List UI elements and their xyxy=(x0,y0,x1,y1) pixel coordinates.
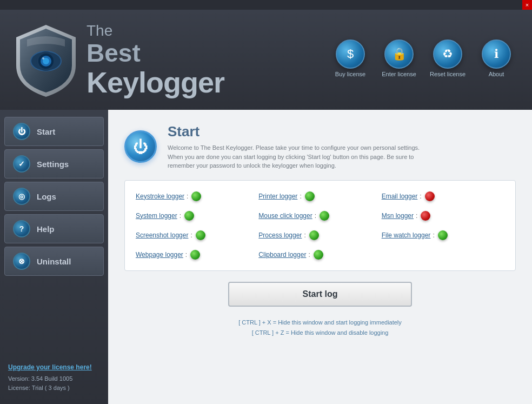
webpage-status-dot xyxy=(190,250,200,260)
logger-cell: Webpage logger : xyxy=(136,250,258,260)
dollar-icon: $ xyxy=(336,39,365,69)
start-power-icon: ⏻ xyxy=(124,130,157,163)
start-log-button[interactable]: Start log xyxy=(228,282,412,307)
logger-row: System logger : Mouse click logger : Msn… xyxy=(136,211,504,221)
sidebar-help-label: Help xyxy=(37,224,55,234)
title-best: Best xyxy=(87,38,141,68)
logger-cell: Screenshot logger : xyxy=(136,230,258,240)
msn-status-dot xyxy=(421,211,430,221)
page-description: Welcome to The Best Keylogger. Please ta… xyxy=(168,143,427,170)
msn-logger-link[interactable]: Msn logger xyxy=(382,212,414,220)
email-logger-link[interactable]: Email logger xyxy=(382,193,418,200)
logger-cell: Email logger : xyxy=(382,191,504,201)
license-value: : Trial ( 3 days ) xyxy=(29,385,70,391)
version-value: : 3.54 Build 1005 xyxy=(28,375,73,382)
header-icons: $ Buy license 🔒 Enter license ♻ Reset li… xyxy=(331,39,516,77)
version-info: Version: 3.54 Build 1005 License: Trial … xyxy=(8,374,100,393)
screenshot-logger-link[interactable]: Screenshot logger xyxy=(136,231,188,239)
sidebar-bottom: Upgrade your license here! Version: 3.54… xyxy=(0,358,108,399)
logger-cell: File watch logger : xyxy=(382,230,504,240)
recycle-icon: ♻ xyxy=(433,39,462,69)
about-button[interactable]: ℹ About xyxy=(477,39,516,77)
filewatch-status-dot xyxy=(438,230,448,240)
sidebar-item-help[interactable]: ? Help xyxy=(4,214,104,243)
sidebar: ⏻ Start ✓ Settings ◎ Logs ? Help ⊗ Unins… xyxy=(0,110,108,404)
uninstall-nav-icon: ⊗ xyxy=(13,253,30,270)
hotkeys: [ CTRL ] + X = Hide this window and star… xyxy=(124,317,516,339)
logger-cell: Msn logger : xyxy=(382,211,504,221)
logger-cell: Clipboard logger : xyxy=(258,250,381,260)
screenshot-status-dot xyxy=(196,230,205,240)
page-title: Start xyxy=(168,123,427,140)
content-header: ⏻ Start Welcome to The Best Keylogger. P… xyxy=(124,123,516,170)
hotkey-x: [ CTRL ] + X = Hide this window and star… xyxy=(124,317,516,328)
app-title: The Best Keylogger xyxy=(87,23,224,97)
logo-shield xyxy=(11,22,81,98)
mouseclick-logger-link[interactable]: Mouse click logger xyxy=(258,212,312,220)
titlebar: × xyxy=(0,0,532,10)
buy-license-label: Buy license xyxy=(335,71,365,77)
license-label: License xyxy=(8,385,29,391)
system-status-dot xyxy=(184,211,194,221)
logger-cell: Process logger : xyxy=(258,230,381,240)
logger-cell: System logger : xyxy=(136,211,258,221)
webpage-logger-link[interactable]: Webpage logger xyxy=(136,251,183,259)
settings-nav-icon: ✓ xyxy=(13,155,30,173)
email-status-dot xyxy=(425,191,435,201)
lock-icon: 🔒 xyxy=(384,39,414,69)
logger-row: Webpage logger : Clipboard logger : xyxy=(136,250,504,260)
content-title-area: Start Welcome to The Best Keylogger. Ple… xyxy=(168,123,427,170)
sidebar-item-uninstall[interactable]: ⊗ Uninstall xyxy=(4,247,104,276)
mouseclick-status-dot xyxy=(320,211,329,221)
sidebar-item-settings[interactable]: ✓ Settings xyxy=(4,149,104,178)
version-label: Version xyxy=(8,375,28,382)
info-icon: ℹ xyxy=(482,39,511,69)
logo-area: The Best Keylogger xyxy=(11,22,224,98)
sidebar-item-start[interactable]: ⏻ Start xyxy=(4,117,104,146)
main-body: ⏻ Start ✓ Settings ◎ Logs ? Help ⊗ Unins… xyxy=(0,110,532,404)
main-window: × xyxy=(0,0,532,404)
clipboard-logger-link[interactable]: Clipboard logger xyxy=(258,251,306,259)
hotkey-z: [ CTRL ] + Z = Hide this window and disa… xyxy=(124,328,516,339)
process-logger-link[interactable]: Process logger xyxy=(258,231,302,239)
close-button[interactable]: × xyxy=(522,0,532,10)
sidebar-uninstall-label: Uninstall xyxy=(37,257,71,266)
keystroke-logger-link[interactable]: Keystroke logger xyxy=(136,193,184,200)
sidebar-logs-label: Logs xyxy=(37,192,56,201)
logger-cell: Mouse click logger : xyxy=(258,211,381,221)
process-status-dot xyxy=(309,230,319,240)
header-buttons: $ Buy license 🔒 Enter license ♻ Reset li… xyxy=(331,39,516,81)
enter-license-label: Enter license xyxy=(382,71,416,77)
reset-license-button[interactable]: ♻ Reset license xyxy=(428,39,467,77)
filewatch-logger-link[interactable]: File watch logger xyxy=(382,231,431,239)
title-the: The xyxy=(87,23,224,38)
clipboard-status-dot xyxy=(314,250,323,260)
help-nav-icon: ? xyxy=(13,220,30,237)
logger-row: Screenshot logger : Process logger : Fil… xyxy=(136,230,504,240)
buy-license-button[interactable]: $ Buy license xyxy=(331,39,370,77)
svg-point-5 xyxy=(42,57,44,59)
printer-status-dot xyxy=(305,191,315,201)
enter-license-button[interactable]: 🔒 Enter license xyxy=(380,39,418,77)
sidebar-settings-label: Settings xyxy=(37,160,69,169)
logger-cell: Printer logger : xyxy=(258,191,381,201)
printer-logger-link[interactable]: Printer logger xyxy=(258,193,297,200)
reset-license-label: Reset license xyxy=(430,71,466,77)
content-area: ⏻ Start Welcome to The Best Keylogger. P… xyxy=(108,110,532,404)
logs-nav-icon: ◎ xyxy=(13,188,30,205)
logger-grid: Keystroke logger : Printer logger : Emai… xyxy=(124,180,516,271)
header: The Best Keylogger $ Buy license 🔒 Enter… xyxy=(0,10,532,110)
upgrade-link[interactable]: Upgrade your license here! xyxy=(8,363,100,371)
logger-cell: Keystroke logger : xyxy=(136,191,258,201)
keystroke-status-dot xyxy=(191,191,201,201)
about-label: About xyxy=(489,71,504,77)
sidebar-item-logs[interactable]: ◎ Logs xyxy=(4,182,104,211)
system-logger-link[interactable]: System logger xyxy=(136,212,177,220)
power-nav-icon: ⏻ xyxy=(13,123,30,140)
logger-row: Keystroke logger : Printer logger : Emai… xyxy=(136,191,504,201)
logger-cell xyxy=(382,250,504,260)
title-keylogger: Keylogger xyxy=(87,68,224,97)
sidebar-start-label: Start xyxy=(37,127,55,136)
